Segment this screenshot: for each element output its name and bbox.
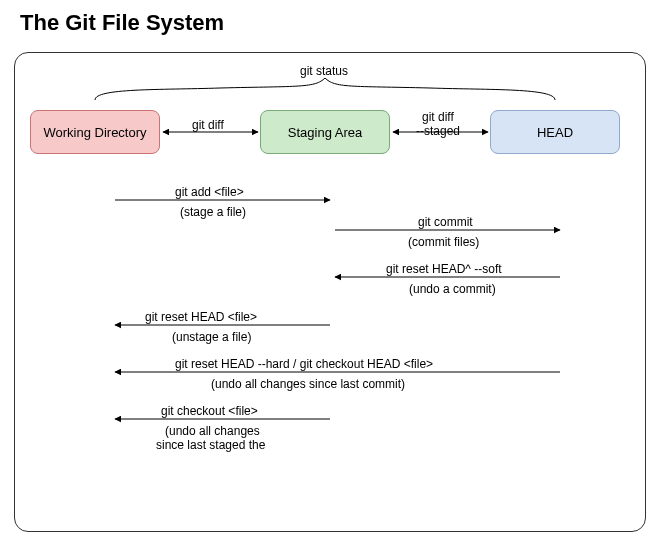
page: The Git File System Working Directory St… <box>0 0 663 544</box>
note-checkout-1: (undo all changes <box>165 424 260 438</box>
node-label: Working Directory <box>43 125 146 140</box>
node-label: HEAD <box>537 125 573 140</box>
note-git-add: (stage a file) <box>180 205 246 219</box>
note-git-commit: (commit files) <box>408 235 479 249</box>
node-head: HEAD <box>490 110 620 154</box>
arrow-label-git-diff: git diff <box>192 118 224 132</box>
node-label: Staging Area <box>288 125 362 140</box>
brace-label: git status <box>300 64 348 78</box>
node-staging-area: Staging Area <box>260 110 390 154</box>
note-reset-hard: (undo all changes since last commit) <box>211 377 405 391</box>
node-working-directory: Working Directory <box>30 110 160 154</box>
cmd-checkout: git checkout <file> <box>161 404 258 418</box>
arrow-label-git-diff-staged-1: git diff <box>422 110 454 124</box>
cmd-git-add: git add <file> <box>175 185 244 199</box>
page-title: The Git File System <box>20 10 224 36</box>
note-checkout-2: since last staged the <box>156 438 265 452</box>
arrow-label-git-diff-staged-2: --staged <box>416 124 460 138</box>
cmd-reset-soft: git reset HEAD^ --soft <box>386 262 502 276</box>
cmd-reset-file: git reset HEAD <file> <box>145 310 257 324</box>
note-reset-soft: (undo a commit) <box>409 282 496 296</box>
note-reset-file: (unstage a file) <box>172 330 251 344</box>
cmd-git-commit: git commit <box>418 215 473 229</box>
cmd-reset-hard: git reset HEAD --hard / git checkout HEA… <box>175 357 433 371</box>
